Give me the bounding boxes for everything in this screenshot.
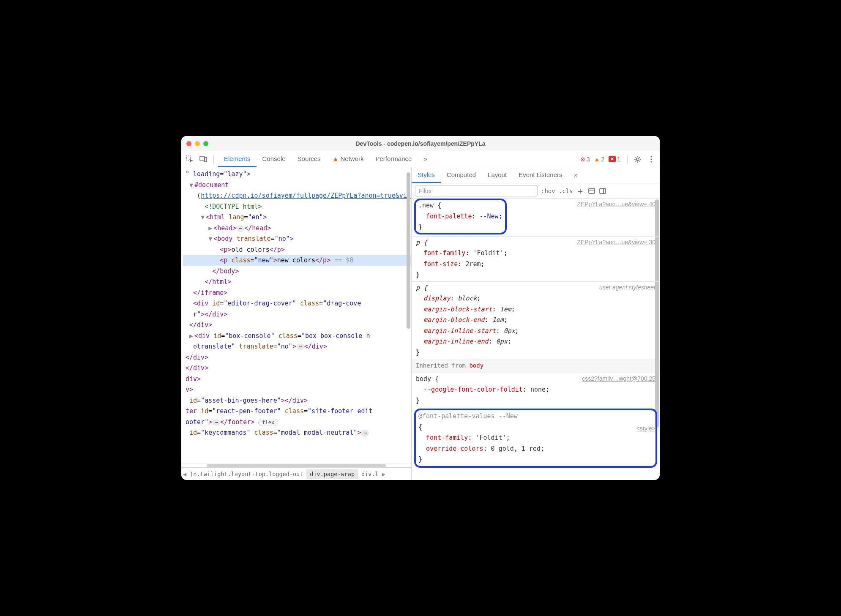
toggle-sidebar-icon[interactable] <box>599 187 606 195</box>
new-style-rule-icon[interactable]: ＋ <box>576 187 584 195</box>
inherit-source[interactable]: body <box>469 362 483 369</box>
style-prop: font-family <box>426 434 468 442</box>
highlighted-rule: .new { font-palette: --New; } <box>414 199 507 234</box>
flex-badge[interactable]: flex <box>258 419 278 426</box>
svg-point-6 <box>650 161 652 162</box>
device-toggle-icon[interactable] <box>197 153 209 165</box>
error-count-value: 3 <box>587 156 590 163</box>
zoom-window-icon[interactable] <box>203 141 208 146</box>
disclosure-triangle-icon[interactable]: ▼ <box>189 180 194 191</box>
style-rule[interactable]: ZEPpYLa?ano…ue&view=:30 p { font-family:… <box>412 237 660 282</box>
computed-styles-toggle-icon[interactable] <box>588 187 595 195</box>
crumb-item[interactable]: div.l <box>358 469 382 479</box>
rule-origin-link[interactable]: ZEPpYLa?ano…ue&view=:40 <box>577 199 655 210</box>
rule-origin-link[interactable]: <style> <box>636 424 655 434</box>
rule-open: { <box>418 423 422 431</box>
traffic-lights <box>186 141 208 146</box>
rule-close: } <box>418 455 422 463</box>
svg-point-5 <box>650 158 652 160</box>
disclosure-triangle-icon[interactable]: ▶ <box>189 331 194 342</box>
disclosure-triangle-icon[interactable]: ▼ <box>201 212 206 223</box>
dom-attr-fragment: " loading="lazy"> <box>186 170 251 178</box>
style-val: 'Foldit' <box>475 434 506 442</box>
rule-selector: @font-palette-values --New <box>418 411 653 422</box>
dom-selected-row[interactable]: <p class="new">new colors</p> == $0 <box>183 255 411 266</box>
dom-stray: v> <box>186 386 193 393</box>
titlebar: DevTools - codepen.io/sofiayem/pen/ZEPpY… <box>181 136 660 151</box>
devtools-toolbar: Elements Console Sources ▲Network Perfor… <box>181 151 660 167</box>
tab-sources[interactable]: Sources <box>292 151 327 167</box>
tab-event-listeners[interactable]: Event Listeners <box>513 167 568 183</box>
tab-styles[interactable]: Styles <box>412 167 441 183</box>
dom-doctype: <!DOCTYPE html> <box>205 203 262 210</box>
tab-performance[interactable]: Performance <box>369 151 418 167</box>
hov-toggle[interactable]: :hov <box>541 188 555 194</box>
crumb-item[interactable]: )n.twilight.layout-top.logged-out <box>186 469 306 479</box>
kebab-menu-icon[interactable] <box>645 153 657 165</box>
minimize-window-icon[interactable] <box>195 141 200 146</box>
tab-computed[interactable]: Computed <box>441 167 482 183</box>
dom-stray: div> <box>186 375 201 383</box>
dom-horizontal-scrollbar[interactable] <box>181 463 411 467</box>
inherited-from: Inherited from body <box>412 359 660 373</box>
svg-point-4 <box>650 156 652 157</box>
inspect-element-icon[interactable] <box>184 153 196 165</box>
tab-console[interactable]: Console <box>257 151 292 167</box>
style-val: 0 gold, 1 red <box>491 445 541 452</box>
style-rule[interactable]: css2?family…wght@700:25 body { --google-… <box>412 373 660 408</box>
crumb-item[interactable]: div.page-wrap <box>306 469 358 479</box>
style-prop: margin-block-end <box>423 316 485 324</box>
styles-rules[interactable]: ZEPpYLa?ano…ue&view=:40 .new { font-pale… <box>412 199 660 480</box>
toolbar-divider <box>627 155 628 164</box>
ellipsis-icon[interactable]: ⋯ <box>296 343 304 350</box>
crumb-scroll-left-icon[interactable]: ◀ <box>183 471 186 477</box>
disclosure-triangle-icon[interactable]: ▶ <box>208 223 213 234</box>
message-count[interactable]: ✕1 <box>609 156 620 163</box>
rule-selector: .new { <box>418 202 441 209</box>
rule-selector: p { <box>416 284 427 292</box>
window-title: DevTools - codepen.io/sofiayem/pen/ZEPpY… <box>181 140 660 147</box>
warning-count[interactable]: ▲2 <box>594 156 605 163</box>
tab-layout[interactable]: Layout <box>482 167 513 183</box>
message-icon: ✕ <box>609 156 616 162</box>
svg-rect-1 <box>200 157 205 160</box>
close-window-icon[interactable] <box>186 141 191 146</box>
rule-close: } <box>418 223 422 231</box>
tabs-overflow[interactable]: » <box>418 151 433 167</box>
dom-scroll-thumb[interactable] <box>407 168 410 462</box>
crumb-scroll-right-icon[interactable]: ▶ <box>382 471 385 477</box>
ellipsis-icon[interactable]: ⋯ <box>361 430 369 436</box>
warning-icon: ▲ <box>594 156 600 163</box>
style-prop: font-family <box>423 249 465 257</box>
settings-icon[interactable] <box>632 153 644 165</box>
dom-tree[interactable]: " loading="lazy"> ▼#document (https://cd… <box>181 167 411 463</box>
tab-elements[interactable]: Elements <box>218 151 257 167</box>
rule-origin-link[interactable]: css2?family…wght@700:25 <box>582 374 655 384</box>
highlighted-rule: @font-palette-values --New { font-family… <box>414 409 657 468</box>
ellipsis-icon[interactable]: ⋯ <box>212 419 220 426</box>
styles-tabs-overflow[interactable]: » <box>568 167 584 183</box>
style-rule[interactable]: ZEPpYLa?ano…ue&view=:40 .new { font-pale… <box>412 199 660 237</box>
svg-point-3 <box>636 158 639 161</box>
tab-network[interactable]: ▲Network <box>327 151 370 167</box>
style-val: 1em <box>500 305 511 313</box>
cls-toggle[interactable]: .cls <box>559 188 573 194</box>
style-val: block <box>458 294 477 302</box>
dom-document-link[interactable]: https://cdpn.io/sofiayem/fullpage/ZEPpYL… <box>201 192 411 199</box>
styles-pane: Styles Computed Layout Event Listeners »… <box>412 167 660 480</box>
breadcrumbs: ◀ )n.twilight.layout-top.logged-out div.… <box>181 467 411 480</box>
elements-pane: " loading="lazy"> ▼#document (https://cd… <box>181 167 412 480</box>
style-prop: font-palette <box>426 213 472 220</box>
message-count-value: 1 <box>617 156 620 163</box>
style-prop: margin-block-start <box>423 305 492 313</box>
style-rule[interactable]: user agent stylesheet p { display: block… <box>412 282 660 360</box>
dom-document: #document <box>194 181 229 189</box>
disclosure-triangle-icon[interactable]: ▼ <box>208 234 213 245</box>
error-count[interactable]: ⊗3 <box>580 156 590 163</box>
svg-rect-2 <box>205 158 207 162</box>
dom-text: new colors <box>277 256 315 264</box>
styles-filter-input[interactable]: Filter <box>415 185 538 196</box>
ellipsis-icon[interactable]: ⋯ <box>236 225 244 232</box>
rule-selector: body { <box>416 375 439 383</box>
rule-origin-link[interactable]: ZEPpYLa?ano…ue&view=:30 <box>577 237 655 248</box>
